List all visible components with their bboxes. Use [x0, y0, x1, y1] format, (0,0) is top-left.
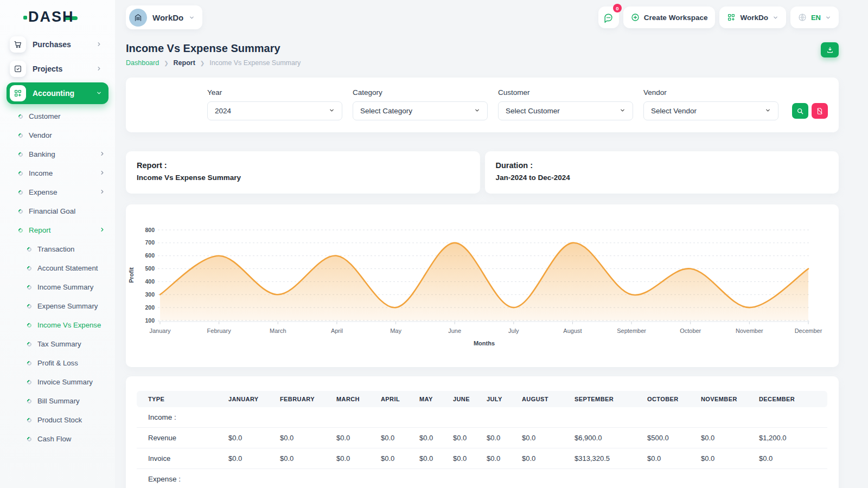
workdo-menu-label: WorkDo	[740, 14, 768, 22]
x-tick-label: August	[563, 328, 582, 334]
x-tick-label: June	[448, 328, 461, 334]
sidebar-report-item-income-vs-expense[interactable]: Income Vs Expense	[0, 316, 115, 335]
report-summary-card: Report : Income Vs Expense Summary	[126, 151, 480, 194]
duration-value: Jan-2024 to Dec-2024	[496, 174, 828, 182]
column-header-may: MAY	[415, 391, 449, 407]
sidebar-item-purchases[interactable]: Purchases	[7, 34, 108, 55]
breadcrumb-item-dashboard[interactable]: Dashboard	[126, 59, 159, 67]
sidebar-item-projects[interactable]: Projects	[7, 58, 108, 80]
cell-value: $0.0	[415, 448, 449, 469]
y-tick-label: 400	[145, 278, 155, 285]
category-select[interactable]: Select Category	[353, 101, 488, 120]
bullet-icon	[26, 436, 32, 442]
x-tick-label: March	[270, 328, 286, 334]
chevron-right-icon	[96, 40, 102, 49]
sidebar-report-item-account-statement[interactable]: Account Statement	[0, 259, 115, 278]
topbar-actions: 0 Create Workspace WorkDo EN	[598, 7, 839, 28]
sidebar-subitem-label: Income	[29, 169, 53, 177]
breadcrumb-item-report[interactable]: Report	[174, 59, 195, 67]
sidebar-item-label: Accounting	[33, 89, 74, 98]
x-axis-title: Months	[474, 340, 495, 346]
bullet-icon	[17, 151, 23, 157]
sidebar-subitem-report[interactable]: Report	[0, 221, 115, 240]
main-area: WorkDo 0 Create Workspace WorkDo	[115, 0, 868, 488]
x-tick-label: September	[617, 328, 646, 334]
messages-count-badge: 0	[613, 4, 622, 12]
table-group-row-income: Income :	[137, 407, 827, 428]
cell-value: $1,200.0	[755, 428, 827, 448]
year-select[interactable]: 2024	[207, 101, 342, 120]
messages-button[interactable]: 0	[598, 7, 619, 28]
sidebar-report-item-bill-summary[interactable]: Bill Summary	[0, 391, 115, 410]
cell-value: $0.0	[332, 428, 376, 448]
column-header-june: JUNE	[449, 391, 482, 407]
chevron-down-icon	[96, 88, 102, 98]
sidebar-subitem-income[interactable]: Income	[0, 164, 115, 183]
create-workspace-button[interactable]: Create Workspace	[623, 7, 716, 28]
sidebar-subitem-vendor[interactable]: Vendor	[0, 126, 115, 145]
bullet-icon	[26, 398, 32, 404]
sidebar-report-item-label: Cash Flow	[37, 435, 71, 443]
sidebar-subitem-banking[interactable]: Banking	[0, 145, 115, 164]
bullet-icon	[26, 341, 32, 347]
download-icon	[826, 46, 834, 54]
sidebar-report-item-label: Tax Summary	[37, 340, 81, 348]
filter-actions	[792, 103, 828, 119]
sidebar-report-item-product-stock[interactable]: Product Stock	[0, 410, 115, 429]
cell-value: $0.0	[643, 448, 697, 469]
vendor-field: Vendor Select Vendor	[643, 88, 778, 120]
language-selector[interactable]: EN	[790, 7, 839, 28]
cell-value: $0.0	[376, 448, 415, 469]
bullet-icon	[26, 360, 32, 366]
sidebar-subitem-expense[interactable]: Expense	[0, 183, 115, 202]
sidebar-item-accounting[interactable]: Accounting	[7, 82, 108, 104]
cell-value: $6,900.0	[570, 428, 643, 448]
column-header-march: MARCH	[332, 391, 376, 407]
sidebar-subitem-customer[interactable]: Customer	[0, 107, 115, 126]
workspace-switcher[interactable]: WorkDo	[126, 5, 202, 29]
vendor-select[interactable]: Select Vendor	[643, 101, 778, 120]
customer-select[interactable]: Select Customer	[498, 101, 633, 120]
x-tick-label: April	[331, 328, 343, 334]
sidebar-report-item-expense-summary[interactable]: Expense Summary	[0, 297, 115, 316]
reset-filter-button[interactable]	[812, 103, 828, 119]
bullet-icon	[26, 379, 32, 385]
download-button[interactable]	[821, 42, 839, 57]
breadcrumb-separator-icon: ❯	[200, 60, 205, 66]
cell-value: $0.0	[276, 448, 332, 469]
x-tick-label: October	[680, 328, 701, 334]
sidebar-report-item-tax-summary[interactable]: Tax Summary	[0, 335, 115, 354]
report-table-card: TYPEJANUARYFEBRUARYMARCHAPRILMAYJUNEJULY…	[126, 376, 839, 488]
chevron-right-icon	[99, 188, 105, 196]
brand-logo[interactable]: DASH	[0, 0, 115, 31]
chevron-right-icon	[96, 64, 102, 74]
sidebar-report-item-cash-flow[interactable]: Cash Flow	[0, 429, 115, 448]
cell-value: $500.0	[643, 428, 697, 448]
y-tick-label: 700	[145, 239, 155, 246]
bullet-icon	[17, 208, 23, 214]
sidebar-subitem-financial-goal[interactable]: Financial Goal	[0, 202, 115, 221]
chevron-down-icon	[825, 15, 831, 21]
duration-label: Duration :	[496, 161, 828, 170]
sidebar-report-item-invoice-summary[interactable]: Invoice Summary	[0, 373, 115, 391]
sidebar-subitem-label: Expense	[29, 188, 58, 196]
cell-value: $0.0	[276, 428, 332, 448]
breadcrumb-separator-icon: ❯	[164, 60, 168, 66]
row-type: Invoice	[137, 448, 224, 469]
table-row-revenue: Revenue$0.0$0.0$0.0$0.0$0.0$0.0$0.0$0.0$…	[137, 428, 827, 448]
sidebar-report-item-profit-loss[interactable]: Profit & Loss	[0, 354, 115, 373]
grid-plus-icon	[727, 13, 736, 22]
chevron-down-icon	[773, 15, 778, 21]
workdo-menu-button[interactable]: WorkDo	[719, 7, 786, 28]
chevron-right-icon	[99, 169, 105, 177]
chat-bubble-icon	[603, 12, 614, 23]
sidebar-report-item-income-summary[interactable]: Income Summary	[0, 278, 115, 297]
y-tick-label: 100	[145, 317, 155, 324]
column-header-april: APRIL	[376, 391, 415, 407]
report-label: Report :	[137, 161, 469, 170]
bullet-icon	[17, 132, 23, 138]
apply-filter-button[interactable]	[792, 103, 808, 119]
sidebar-report-item-transaction[interactable]: Transaction	[0, 240, 115, 259]
table-header-row: TYPEJANUARYFEBRUARYMARCHAPRILMAYJUNEJULY…	[137, 391, 827, 407]
sidebar-subitem-label: Financial Goal	[29, 207, 75, 215]
